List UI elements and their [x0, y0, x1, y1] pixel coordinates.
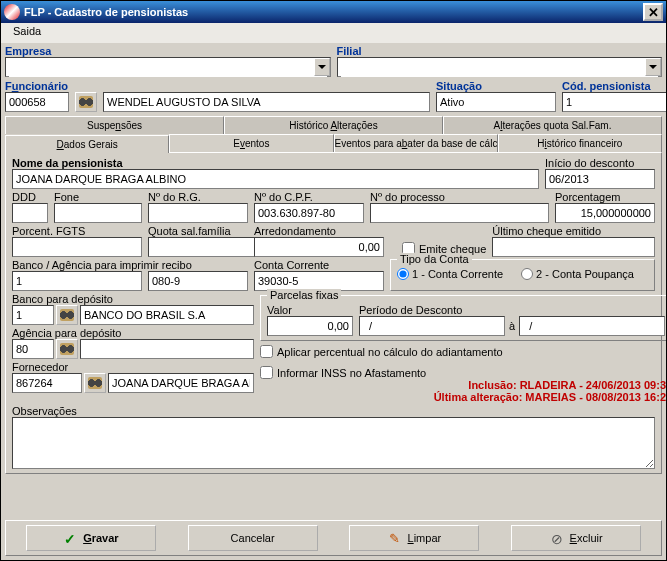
ultimo-label: Último cheque emitido: [492, 225, 655, 237]
situacao-label: Situação: [436, 80, 556, 92]
parc-valor[interactable]: [267, 316, 353, 336]
app-icon: [4, 4, 20, 20]
funcionario-name[interactable]: [103, 92, 430, 112]
window-title: FLP - Cadastro de pensionistas: [24, 6, 643, 18]
parc-ate[interactable]: [519, 316, 665, 336]
banco-cod[interactable]: [12, 271, 142, 291]
fone-field[interactable]: [54, 203, 142, 223]
ultimo-field[interactable]: [492, 237, 655, 257]
check-icon: [63, 531, 77, 545]
inicio-field[interactable]: [545, 169, 655, 189]
parc-valor-label: Valor: [267, 304, 353, 316]
limpar-button[interactable]: Limpar: [349, 525, 479, 551]
obs-label: Observações: [12, 405, 655, 417]
proc-label: Nº do processo: [370, 191, 549, 203]
quota-label: Quota sal.família: [148, 225, 248, 237]
ddd-label: DDD: [12, 191, 48, 203]
binoculars-icon: [88, 377, 102, 389]
tab-dados-gerais[interactable]: Dados Gerais: [5, 135, 169, 153]
tipo-cp-radio[interactable]: 2 - Conta Poupança: [521, 268, 634, 280]
arred-label: Arredondamento: [254, 225, 384, 237]
tab-alt-quota[interactable]: Alterações quota Sal.Fam.: [443, 116, 662, 134]
nome-field[interactable]: [12, 169, 539, 189]
cpf-field[interactable]: [254, 203, 364, 223]
tab-eventos-abater[interactable]: Eventos para abater da base de cálculo: [334, 134, 498, 152]
lookup-fornecedor-button[interactable]: [84, 373, 106, 393]
lookup-banco-button[interactable]: [56, 305, 78, 325]
tab-eventos[interactable]: Eventos: [169, 134, 333, 152]
empresa-label: Empresa: [5, 45, 331, 57]
lookup-agencia-button[interactable]: [56, 339, 78, 359]
inclusao-info: Inclusão: RLADEIRA - 24/06/2013 09:30: [260, 379, 666, 391]
lookup-funcionario-button[interactable]: [75, 92, 97, 112]
binoculars-icon: [60, 343, 74, 355]
menu-saida[interactable]: Saida: [7, 23, 47, 39]
aplicar-percentual-checkbox[interactable]: Aplicar percentual no cálculo do adianta…: [260, 345, 666, 358]
cc-field[interactable]: [254, 271, 384, 291]
nome-label: Nome da pensionista: [12, 157, 539, 169]
situacao-field: [436, 92, 556, 112]
rg-field[interactable]: [148, 203, 248, 223]
funcionario-code[interactable]: [5, 92, 69, 112]
obs-field[interactable]: [12, 417, 655, 469]
funcionario-label: Funcionário: [5, 80, 69, 92]
adep-cod[interactable]: [12, 339, 54, 359]
cpf-label: Nº do C.P.F.: [254, 191, 364, 203]
ddd-field[interactable]: [12, 203, 48, 223]
adep-name[interactable]: [80, 339, 254, 359]
forn-label: Fornecedor: [12, 361, 254, 373]
bdep-cod[interactable]: [12, 305, 54, 325]
banco-label: Banco / Agência para imprimir recibo: [12, 259, 248, 271]
tipo-label: Tipo da Conta: [397, 253, 472, 265]
arred-field[interactable]: [254, 237, 384, 257]
tab-historico-alt[interactable]: Histórico Alterações: [224, 116, 443, 134]
cancelar-button[interactable]: Cancelar: [188, 525, 318, 551]
fone-label: Fone: [54, 191, 142, 203]
inicio-label: Início do desconto: [545, 157, 655, 169]
filial-combo[interactable]: [337, 57, 663, 77]
parc-per-label: Período de Desconto: [359, 304, 665, 316]
porc-label: Porcentagem: [555, 191, 655, 203]
codpens-label: Cód. pensionista: [562, 80, 662, 92]
banco-ag[interactable]: [148, 271, 248, 291]
informar-inss-checkbox[interactable]: Informar INSS no Afastamento: [260, 366, 666, 379]
forn-cod[interactable]: [12, 373, 82, 393]
filial-label: Filial: [337, 45, 663, 57]
tipo-cc-radio[interactable]: 1 - Conta Corrente: [397, 268, 503, 280]
forn-name[interactable]: [108, 373, 254, 393]
porc-field[interactable]: [555, 203, 655, 223]
tab-suspensoes[interactable]: Suspensões: [5, 116, 224, 134]
excluir-button[interactable]: Excluir: [511, 525, 641, 551]
alteracao-info: Última alteração: MAREIAS - 08/08/2013 1…: [260, 391, 666, 403]
bdep-label: Banco para depósito: [12, 293, 254, 305]
pfgts-label: Porcent. FGTS: [12, 225, 142, 237]
codpens-field[interactable]: [562, 92, 666, 112]
parcelas-label: Parcelas fixas: [267, 289, 341, 301]
delete-icon: [550, 531, 564, 545]
bdep-name[interactable]: [80, 305, 254, 325]
cc-label: Conta Corrente: [254, 259, 384, 271]
binoculars-icon: [60, 309, 74, 321]
tab-historico-fin[interactable]: Histórico financeiro: [498, 134, 662, 152]
empresa-combo[interactable]: [5, 57, 331, 77]
adep-label: Agência para depósito: [12, 327, 254, 339]
chevron-down-icon[interactable]: [314, 58, 330, 76]
rg-label: Nº do R.G.: [148, 191, 248, 203]
chevron-down-icon[interactable]: [645, 58, 661, 76]
binoculars-icon: [79, 96, 93, 108]
close-button[interactable]: ✕: [643, 3, 663, 21]
proc-field[interactable]: [370, 203, 549, 223]
gravar-button[interactable]: Gravar: [26, 525, 156, 551]
parc-de[interactable]: [359, 316, 505, 336]
pfgts-field[interactable]: [12, 237, 142, 257]
eraser-icon: [388, 531, 402, 545]
